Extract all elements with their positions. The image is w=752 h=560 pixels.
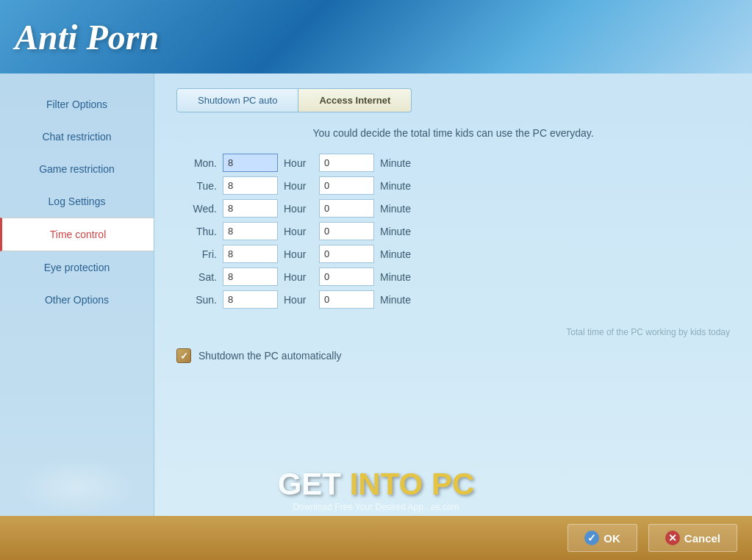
cancel-label: Cancel [684,532,720,545]
hours-input-thu[interactable] [223,222,278,240]
day-label-tue: Tue. [176,180,217,192]
hour-unit-tue: Hour [284,180,313,192]
shutdown-checkbox[interactable] [176,348,191,363]
minutes-input-wed[interactable] [319,199,374,218]
day-row-mon: Mon. Hour Minute [176,154,730,172]
minutes-input-mon[interactable] [319,154,374,172]
cancel-icon: ✕ [665,531,680,545]
minute-unit-wed: Minute [380,203,411,215]
day-grid: Mon. Hour Minute Tue. Hour Minute Wed. [176,154,730,309]
sidebar: Filter Options Chat restriction Game res… [0,73,154,560]
minutes-input-tue[interactable] [319,176,374,195]
app-title: Anti Porn [15,17,159,57]
minute-unit-thu: Minute [380,226,411,237]
hour-unit-wed: Hour [284,203,313,215]
minute-unit-mon: Minute [380,157,411,169]
sidebar-item-filter-options[interactable]: Filter Options [0,88,154,121]
sidebar-item-chat-restriction[interactable]: Chat restriction [0,121,154,153]
hour-unit-sat: Hour [284,271,313,283]
hour-unit-mon: Hour [284,157,313,169]
minute-unit-fri: Minute [380,248,411,260]
footer: ✓ OK ✕ Cancel [0,516,752,560]
day-label-thu: Thu. [176,226,217,237]
minute-unit-sun: Minute [380,294,411,306]
minute-unit-tue: Minute [380,180,411,192]
hours-input-tue[interactable] [223,176,278,195]
hour-unit-thu: Hour [284,226,313,237]
sidebar-item-other-options[interactable]: Other Options [0,284,154,316]
hours-input-sat[interactable] [223,268,278,286]
day-label-mon: Mon. [176,157,217,169]
app-header: Anti Porn [0,0,752,73]
ok-button[interactable]: ✓ OK [567,524,637,552]
day-row-fri: Fri. Hour Minute [176,245,730,263]
tab-access-internet[interactable]: Access Internet [298,88,412,112]
day-row-tue: Tue. Hour Minute [176,176,730,195]
minute-unit-sat: Minute [380,271,411,283]
hours-input-fri[interactable] [223,245,278,263]
hour-unit-fri: Hour [284,248,313,260]
shutdown-row: Shutdown the PC automatically [176,348,730,363]
sidebar-item-game-restriction[interactable]: Game restriction [0,153,154,185]
sidebar-item-eye-protection[interactable]: Eye protection [0,251,154,284]
sidebar-item-log-settings[interactable]: Log Settings [0,185,154,218]
minutes-input-sat[interactable] [319,268,374,286]
content-area: Shutdown PC auto Access Internet You cou… [154,73,752,560]
sidebar-item-time-control[interactable]: Time control [0,218,154,251]
minutes-input-fri[interactable] [319,245,374,263]
day-label-fri: Fri. [176,248,217,260]
shutdown-label: Shutdown the PC automatically [198,350,342,362]
minutes-input-sun[interactable] [319,290,374,309]
day-label-wed: Wed. [176,203,217,215]
minutes-input-thu[interactable] [319,222,374,240]
day-row-thu: Thu. Hour Minute [176,222,730,240]
day-label-sat: Sat. [176,271,217,283]
total-time-note: Total time of the PC working by kids tod… [176,327,730,337]
day-row-sat: Sat. Hour Minute [176,268,730,286]
day-row-wed: Wed. Hour Minute [176,199,730,218]
hour-unit-sun: Hour [284,294,313,306]
hours-input-sun[interactable] [223,290,278,309]
day-row-sun: Sun. Hour Minute [176,290,730,309]
tab-row: Shutdown PC auto Access Internet [176,88,730,112]
hours-input-mon[interactable] [223,154,278,172]
day-label-sun: Sun. [176,294,217,306]
ok-icon: ✓ [584,531,599,545]
main-container: Filter Options Chat restriction Game res… [0,73,752,560]
content-description: You could decide the total time kids can… [176,127,730,139]
tab-shutdown-pc-auto[interactable]: Shutdown PC auto [176,88,298,112]
hours-input-wed[interactable] [223,199,278,218]
ok-label: OK [604,532,620,545]
cancel-button[interactable]: ✕ Cancel [648,524,737,552]
